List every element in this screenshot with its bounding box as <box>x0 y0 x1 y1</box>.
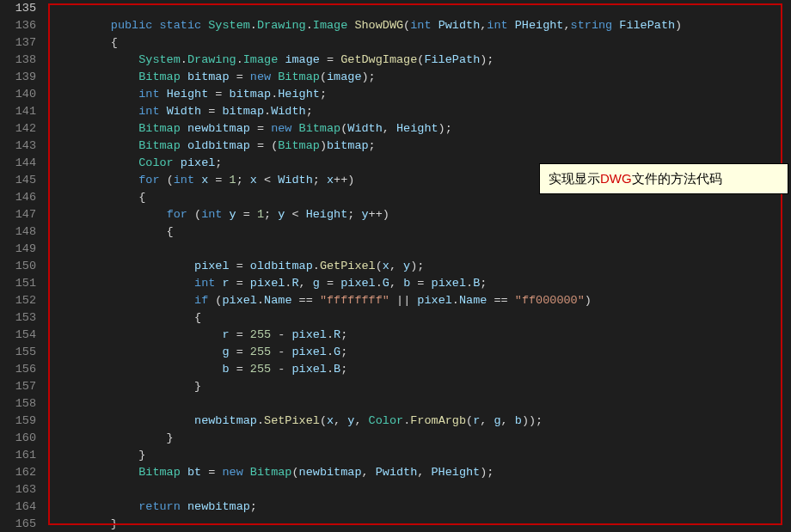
code-line[interactable]: Bitmap newbitmap = new Bitmap(Width, Hei… <box>55 120 791 138</box>
token-ident: x <box>383 260 389 272</box>
token-plain <box>55 208 167 221</box>
token-plain <box>55 122 138 135</box>
token-punc: ; <box>340 363 347 376</box>
code-line[interactable]: b = 255 - pixel.B; <box>55 361 791 378</box>
code-line[interactable]: } <box>55 378 791 395</box>
code-line[interactable] <box>55 241 791 258</box>
line-number: 150 <box>0 258 36 275</box>
token-punc: - <box>278 363 291 376</box>
token-punc: == <box>494 294 514 307</box>
token-punc: ) <box>320 139 327 152</box>
token-ident: oldbitmap <box>250 260 313 272</box>
code-line[interactable]: Bitmap bitmap = new Bitmap(image); <box>55 69 791 86</box>
code-line[interactable]: r = 255 - pixel.R; <box>55 327 791 344</box>
token-punc: ; <box>480 277 487 290</box>
token-punc: . <box>257 414 264 427</box>
token-ident: Pwidth <box>438 19 481 32</box>
code-line[interactable]: Bitmap bt = new Bitmap(newbitmap, Pwidth… <box>55 464 791 481</box>
token-ident: b <box>222 363 236 376</box>
token-ident: Width <box>278 174 313 187</box>
code-line[interactable] <box>55 0 791 17</box>
code-line[interactable] <box>55 481 791 498</box>
token-punc: ) <box>675 19 682 32</box>
token-ident: bt <box>187 466 208 479</box>
token-ident: pixel <box>291 345 327 358</box>
token-punc: . <box>327 345 334 358</box>
code-line[interactable]: if (pixel.Name == "ffffffff" || pixel.Na… <box>55 292 791 309</box>
token-plain <box>55 174 138 187</box>
token-ident: FilePath <box>619 19 675 32</box>
token-ident: pixel <box>417 294 452 307</box>
token-ident: y <box>230 208 243 221</box>
code-area[interactable]: public static System.Drawing.Image ShowD… <box>45 0 791 532</box>
code-line[interactable]: } <box>55 447 791 464</box>
token-ident: y <box>361 208 368 221</box>
line-number: 139 <box>0 69 36 86</box>
token-ident: r <box>222 277 236 290</box>
token-type: Bitmap <box>138 122 187 135</box>
code-line[interactable]: for (int y = 1; y < Height; y++) <box>55 206 791 223</box>
token-ident: Height <box>396 122 438 135</box>
line-number: 138 <box>0 52 36 69</box>
token-keyword: int <box>174 174 201 187</box>
token-ident: R <box>291 277 298 290</box>
token-keyword: if <box>194 294 215 307</box>
token-plain: } <box>55 449 145 462</box>
code-line[interactable]: Bitmap oldbitmap = (Bitmap)bitmap; <box>55 138 791 155</box>
token-plain <box>55 277 194 290</box>
code-line[interactable]: } <box>55 516 791 532</box>
code-line[interactable]: int Width = bitmap.Width; <box>55 103 791 120</box>
token-ident: Name <box>264 294 299 307</box>
token-ident: newbitmap <box>187 122 257 135</box>
code-line[interactable]: return newbitmap; <box>55 498 791 516</box>
token-type: Bitmap <box>138 70 187 83</box>
code-line[interactable]: public static System.Drawing.Image ShowD… <box>55 17 791 34</box>
line-number: 161 <box>0 447 36 464</box>
token-punc: ( <box>167 174 174 187</box>
line-number: 159 <box>0 413 36 430</box>
token-punc: , <box>389 277 403 290</box>
token-punc: ( <box>194 208 201 221</box>
token-punc: . <box>466 277 473 290</box>
token-ident: Height <box>167 88 216 101</box>
code-line[interactable]: int Height = bitmap.Height; <box>55 86 791 103</box>
token-ident: g <box>222 345 236 358</box>
code-line[interactable]: pixel = oldbitmap.GetPixel(x, y); <box>55 258 791 275</box>
token-keyword: int <box>194 277 222 290</box>
line-number: 165 <box>0 516 36 532</box>
token-punc: - <box>278 345 291 358</box>
code-line[interactable]: System.Drawing.Image image = GetDwgImage… <box>55 52 791 69</box>
code-line[interactable] <box>55 395 791 413</box>
token-plain <box>55 156 138 169</box>
line-number: 146 <box>0 189 36 206</box>
code-line[interactable]: { <box>55 34 791 52</box>
token-keyword: public static <box>111 19 208 32</box>
code-line[interactable]: int r = pixel.R, g = pixel.G, b = pixel.… <box>55 275 791 292</box>
token-punc: . <box>236 53 243 66</box>
token-keyword: for <box>167 208 194 221</box>
line-number: 142 <box>0 120 36 138</box>
token-punc: , <box>383 122 396 135</box>
token-ident: g <box>313 277 327 290</box>
code-line[interactable]: { <box>55 223 791 241</box>
token-punc: = <box>236 363 250 376</box>
token-number: 255 <box>250 328 278 341</box>
code-line[interactable]: { <box>55 309 791 327</box>
token-ident: bitmap <box>187 70 236 83</box>
line-number: 163 <box>0 481 36 498</box>
token-punc: = <box>236 260 250 272</box>
token-plain <box>55 414 194 427</box>
token-plain: } <box>55 431 174 444</box>
token-punc: ); <box>410 260 424 272</box>
line-number: 153 <box>0 309 36 327</box>
code-line[interactable]: g = 255 - pixel.G; <box>55 344 791 361</box>
code-line[interactable]: newbitmap.SetPixel(x, y, Color.FromArgb(… <box>55 413 791 430</box>
token-plain <box>55 466 138 479</box>
token-punc: , <box>417 466 431 479</box>
token-type: Bitmap <box>250 466 292 479</box>
code-line[interactable]: } <box>55 430 791 447</box>
code-editor[interactable]: 1351361371381391401411421431441451461471… <box>0 0 791 532</box>
token-ident: G <box>334 345 340 358</box>
token-punc: , <box>563 19 570 32</box>
token-ident: pixel <box>340 277 376 290</box>
